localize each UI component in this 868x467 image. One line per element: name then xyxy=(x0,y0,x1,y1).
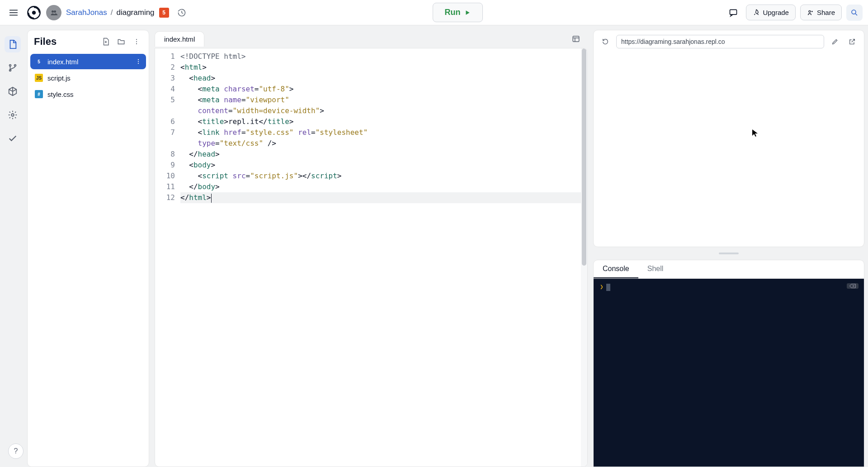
file-item[interactable]: #style.css xyxy=(30,86,146,102)
main-area: Files 5index.htmlJSscript.js#style.css i… xyxy=(0,25,868,467)
console-tabs: ConsoleShell xyxy=(594,260,864,279)
svg-point-8 xyxy=(14,65,16,67)
hamburger-menu-button[interactable] xyxy=(5,5,22,21)
webview-content[interactable] xyxy=(594,53,864,247)
files-title: Files xyxy=(34,36,96,48)
editor-panel: index.html 123456789101112 <!DOCTYPE htm… xyxy=(155,30,588,467)
rocket-icon xyxy=(753,9,760,16)
files-header: Files xyxy=(28,30,149,51)
svg-point-10 xyxy=(11,114,14,116)
code-area[interactable]: <!DOCTYPE html><html> <head> <meta chars… xyxy=(180,48,587,467)
breadcrumb-project[interactable]: diagraming xyxy=(116,8,154,17)
language-badge: 5 xyxy=(159,8,169,18)
file-item[interactable]: JSscript.js xyxy=(30,70,146,86)
backspace-icon xyxy=(849,284,856,288)
svg-point-2 xyxy=(52,10,54,13)
svg-point-1 xyxy=(32,10,36,14)
svg-point-6 xyxy=(852,10,856,14)
editor-layout-button[interactable] xyxy=(568,31,584,47)
editor-tabs: index.html xyxy=(155,30,588,48)
rail-files-button[interactable] xyxy=(5,36,21,52)
console-tab-shell[interactable]: Shell xyxy=(638,260,673,278)
file-item[interactable]: 5index.html xyxy=(30,54,146,69)
svg-point-12 xyxy=(136,41,137,42)
line-gutter: 123456789101112 xyxy=(155,48,180,467)
file-list: 5index.htmlJSscript.js#style.css xyxy=(28,51,149,105)
tool-rail xyxy=(0,30,25,467)
right-panel: ConsoleShell ❯ xyxy=(593,30,864,467)
pencil-icon xyxy=(831,38,839,45)
html5-icon: 5 xyxy=(162,10,165,16)
editor-tab[interactable]: index.html xyxy=(155,31,204,47)
run-button[interactable]: Run xyxy=(433,3,483,22)
edit-url-button[interactable] xyxy=(829,35,841,48)
resize-handle[interactable] xyxy=(719,253,739,254)
webview-toolbar xyxy=(594,30,864,53)
rail-check-button[interactable] xyxy=(5,130,21,147)
replit-logo[interactable] xyxy=(26,5,42,20)
file-name: index.html xyxy=(47,58,78,66)
multiplayer-icon xyxy=(49,8,58,17)
svg-rect-17 xyxy=(573,36,579,42)
svg-point-15 xyxy=(138,61,139,62)
webview-panel xyxy=(593,30,864,247)
history-icon xyxy=(177,8,186,17)
share-button[interactable]: Share xyxy=(800,5,842,20)
editor-body[interactable]: 123456789101112 <!DOCTYPE html><html> <h… xyxy=(155,48,588,467)
layout-icon xyxy=(572,35,580,43)
file-icon xyxy=(8,39,18,49)
app-header: SarahJonas / diagraming 5 Run Upgrade Sh… xyxy=(0,0,868,25)
share-label: Share xyxy=(817,9,835,16)
breadcrumb-user[interactable]: SarahJonas xyxy=(66,8,107,17)
reload-icon xyxy=(602,38,609,45)
new-file-button[interactable] xyxy=(100,36,112,48)
breadcrumb-separator: / xyxy=(111,8,113,17)
open-external-button[interactable] xyxy=(846,35,859,48)
svg-point-3 xyxy=(54,10,56,13)
svg-point-13 xyxy=(136,43,137,44)
check-icon xyxy=(8,133,18,143)
file-more-button[interactable] xyxy=(135,58,142,65)
terminal-clear-button[interactable] xyxy=(847,283,859,289)
play-icon xyxy=(464,10,471,16)
user-avatar[interactable] xyxy=(46,5,61,20)
upgrade-label: Upgrade xyxy=(763,9,789,16)
mouse-cursor-icon xyxy=(752,129,758,137)
rail-settings-button[interactable] xyxy=(5,107,21,123)
gear-icon xyxy=(8,110,18,120)
css-file-icon: # xyxy=(35,90,43,98)
console-tab-console[interactable]: Console xyxy=(594,260,638,278)
svg-point-7 xyxy=(9,65,11,67)
files-more-button[interactable] xyxy=(131,36,142,48)
rail-vcs-button[interactable] xyxy=(5,60,21,76)
console-panel: ConsoleShell ❯ xyxy=(593,260,864,467)
svg-rect-4 xyxy=(730,10,737,14)
branch-icon xyxy=(8,63,18,73)
run-label: Run xyxy=(445,8,461,17)
terminal-cursor xyxy=(606,284,610,291)
new-folder-button[interactable] xyxy=(115,36,127,48)
file-name: script.js xyxy=(47,74,71,82)
editor-scrollbar[interactable] xyxy=(581,48,587,467)
new-folder-icon xyxy=(117,38,125,46)
html-file-icon: 5 xyxy=(35,57,43,66)
share-icon xyxy=(807,9,814,16)
external-link-icon xyxy=(849,38,856,45)
upgrade-button[interactable]: Upgrade xyxy=(746,5,796,20)
breadcrumb: SarahJonas / diagraming xyxy=(66,8,155,17)
scrollbar-thumb[interactable] xyxy=(582,48,586,266)
rail-packages-button[interactable] xyxy=(5,83,21,100)
global-search-button[interactable] xyxy=(846,5,863,21)
kebab-icon xyxy=(133,38,140,45)
chat-button[interactable] xyxy=(725,5,741,21)
reload-button[interactable] xyxy=(599,35,612,48)
history-button[interactable] xyxy=(174,5,190,21)
terminal[interactable]: ❯ xyxy=(594,279,864,467)
svg-point-5 xyxy=(809,10,811,12)
files-panel: Files 5index.htmlJSscript.js#style.css xyxy=(27,30,149,467)
help-button[interactable]: ? xyxy=(8,443,24,459)
js-file-icon: JS xyxy=(35,74,43,82)
svg-point-11 xyxy=(136,39,137,40)
svg-point-16 xyxy=(138,63,139,64)
url-input[interactable] xyxy=(616,35,824,48)
